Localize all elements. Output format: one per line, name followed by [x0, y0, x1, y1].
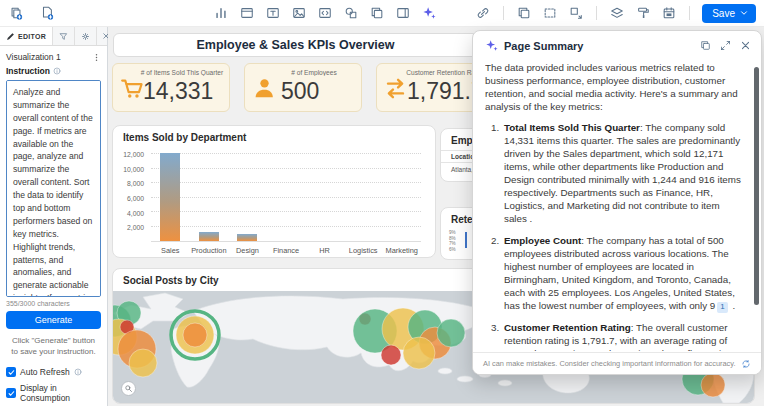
- add-page-icon[interactable]: [39, 5, 55, 21]
- bar-slot: [305, 154, 344, 241]
- auto-refresh-checkbox[interactable]: Auto Refresh: [0, 364, 107, 380]
- insert-image-icon[interactable]: [291, 5, 307, 21]
- ai-disclaimer: AI can make mistakes. Consider checking …: [483, 359, 735, 368]
- citation-badge[interactable]: 1: [717, 302, 727, 313]
- link-icon[interactable]: [475, 5, 491, 21]
- save-button[interactable]: Save: [702, 4, 756, 23]
- kebab-menu-icon[interactable]: [92, 53, 101, 62]
- map-bubble-yellow[interactable]: [403, 337, 435, 369]
- x-axis-labels: SalesProductionDesignFinanceHRLogisticsM…: [151, 246, 421, 255]
- insert-text-icon[interactable]: [265, 5, 281, 21]
- map-bubble-orange[interactable]: [701, 373, 725, 397]
- insert-shape-icon[interactable]: [343, 5, 359, 21]
- funnel-icon: [59, 32, 68, 41]
- bar-slot: [228, 154, 267, 241]
- generate-hint: Click "Generate" button to save your ins…: [0, 329, 107, 364]
- insert-panel-icon[interactable]: [395, 5, 411, 21]
- chart-plot-area: [151, 154, 421, 242]
- summary-item: Employee Count: The company has a total …: [502, 234, 745, 313]
- x-tick-label: Logistics: [344, 246, 383, 255]
- checkbox-checked-icon: [6, 367, 16, 377]
- swap-arrows-icon: [384, 77, 407, 104]
- panel-header-icons: [700, 40, 751, 51]
- kpi-items-sold[interactable]: # of Items Sold This Quarter 14,331: [112, 63, 230, 112]
- info-icon[interactable]: [74, 368, 82, 376]
- display-consumption-checkbox[interactable]: Display in Consumption: [0, 380, 107, 406]
- map-bubble-red[interactable]: [381, 345, 401, 365]
- panel-header: Page Summary: [473, 31, 761, 58]
- bars: [151, 154, 421, 241]
- map-bubble-green[interactable]: [437, 319, 465, 347]
- pencil-icon: [6, 32, 15, 41]
- x-tick-label: HR: [305, 246, 344, 255]
- retention-line-mark: [465, 232, 467, 248]
- refresh-summary-icon[interactable]: [741, 359, 751, 369]
- people-icon: [252, 77, 275, 104]
- display-consumption-label: Display in Consumption: [20, 383, 101, 403]
- x-tick-label: Design: [228, 246, 267, 255]
- kpi-value: 500: [281, 78, 319, 105]
- generate-button[interactable]: Generate: [6, 311, 101, 329]
- char-count: 355/3000 characters: [0, 297, 107, 311]
- tab-editor-label: EDITOR: [18, 33, 46, 40]
- tab-filter[interactable]: [53, 27, 75, 45]
- bar-sales[interactable]: [160, 153, 180, 241]
- instruction-label-row: Instruction: [0, 66, 107, 80]
- visualization-label: Visualization 1: [6, 52, 61, 62]
- x-tick-label: Sales: [151, 246, 190, 255]
- page-title: Employee & Sales KPIs Overview: [113, 33, 478, 57]
- duplicate-page-icon[interactable]: [8, 5, 24, 21]
- copy-summary-icon[interactable]: [700, 40, 711, 51]
- schedule-icon[interactable]: [661, 5, 677, 21]
- close-panel-icon[interactable]: [740, 40, 751, 51]
- insert-chart-icon[interactable]: [213, 5, 229, 21]
- save-button-label: Save: [712, 8, 735, 19]
- toolbar-divider: [689, 6, 690, 20]
- insert-table-icon[interactable]: [239, 5, 255, 21]
- instruction-label: Instruction: [6, 66, 50, 76]
- bar-production[interactable]: [199, 232, 219, 241]
- toolbar-divider: [503, 6, 504, 20]
- visualization-row: Visualization 1: [0, 46, 107, 66]
- map-bubble-yellow[interactable]: [129, 349, 157, 377]
- theme-icon[interactable]: [635, 5, 651, 21]
- bar-design[interactable]: [237, 234, 257, 241]
- x-tick-label: Marketing: [382, 246, 421, 255]
- kpi-label: # of Items Sold This Quarter: [139, 69, 225, 76]
- toolbar-divider: [596, 6, 597, 20]
- summary-list: Total Items Sold This Quarter: The compa…: [502, 121, 745, 352]
- y-tick-label: 6,000: [127, 195, 144, 202]
- tab-editor[interactable]: EDITOR: [0, 27, 53, 45]
- panel-footer: AI can make mistakes. Consider checking …: [473, 352, 761, 374]
- info-icon[interactable]: [53, 67, 61, 75]
- app-window: Save EDITOR Visualization 1: [0, 0, 764, 406]
- expand-panel-icon[interactable]: [720, 40, 731, 51]
- kpi-employees[interactable]: # of Employees 500: [244, 63, 362, 112]
- marquee-select-icon[interactable]: [542, 5, 558, 21]
- gear-icon: [81, 32, 90, 41]
- top-toolbar: Save: [0, 0, 764, 27]
- insert-web-content-icon[interactable]: [317, 5, 333, 21]
- summary-body: The data provided includes various metri…: [485, 61, 745, 351]
- copy-widget-icon[interactable]: [369, 5, 385, 21]
- clone-icon[interactable]: [516, 5, 532, 21]
- instruction-textarea[interactable]: Analyze and summarize the overall conten…: [6, 80, 101, 297]
- map-bubble-orange[interactable]: [183, 323, 207, 347]
- y-axis-labels: 2,0004,0006,0008,00010,00012,000: [113, 154, 149, 242]
- layers-icon[interactable]: [609, 5, 625, 21]
- bar-chart-widget[interactable]: Items Sold by Department 2,0004,0006,000…: [112, 125, 436, 258]
- scrollbar-thumb[interactable]: [754, 67, 759, 305]
- y-tick-label: 4,000: [127, 209, 144, 216]
- bar-slot: [151, 154, 190, 241]
- y-tick-label: 2,000: [127, 224, 144, 231]
- kpi-value: 14,331: [143, 78, 213, 105]
- tab-settings[interactable]: [75, 27, 97, 45]
- map-zoom-control[interactable]: [121, 381, 136, 396]
- ai-assist-icon[interactable]: [421, 5, 437, 21]
- resize-icon[interactable]: [568, 5, 584, 21]
- cart-icon: [120, 77, 143, 104]
- checkbox-checked-icon: [6, 388, 16, 398]
- auto-refresh-label: Auto Refresh: [20, 367, 70, 377]
- page-summary-panel: Page Summary The data provided includes …: [472, 30, 762, 375]
- editor-sidebar: EDITOR Visualization 1 Instruction Analy…: [0, 27, 108, 406]
